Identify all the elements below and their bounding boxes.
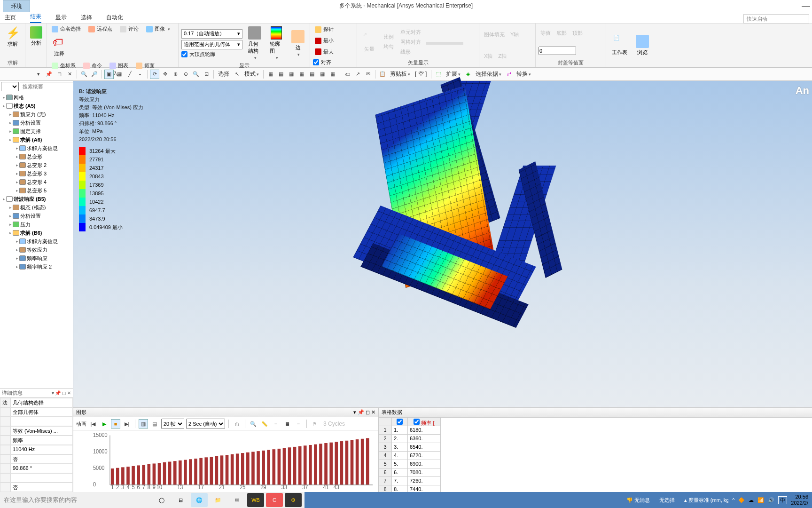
anim-first-icon[interactable]: |◀: [88, 419, 98, 429]
view-icon-6[interactable]: ▦: [318, 70, 327, 79]
tray-clock[interactable]: 20:562022/2/: [791, 494, 808, 506]
tree-item[interactable]: ▸求解 (B6): [0, 229, 73, 237]
tree-item[interactable]: ▸总变形: [0, 152, 73, 161]
mode-label[interactable]: 模式: [242, 70, 261, 78]
zoom-chart-icon[interactable]: 🔍: [249, 419, 258, 429]
tree-item[interactable]: ▸频率响应 2: [0, 262, 73, 271]
tree-item[interactable]: ▸总变形 2: [0, 161, 73, 169]
scale-select[interactable]: 0.17（自动缩放）▾: [181, 29, 242, 39]
menu-home[interactable]: 主页: [5, 14, 16, 22]
view-icon-5[interactable]: ▦: [307, 70, 317, 79]
align-right-icon[interactable]: ≡: [294, 419, 303, 429]
ruler-icon[interactable]: 📏: [260, 419, 269, 429]
filter-body-icon[interactable]: ▣: [104, 70, 114, 79]
chart-type2-icon[interactable]: ▤: [150, 419, 159, 429]
cap-value-input[interactable]: [539, 47, 576, 55]
filter-vertex-icon[interactable]: •: [135, 70, 145, 79]
menu-select[interactable]: 选择: [81, 14, 92, 22]
remote-point-button[interactable]: 远程点: [86, 24, 114, 33]
chart-button[interactable]: 图表: [108, 61, 130, 70]
tree-item[interactable]: ▸压力: [0, 220, 73, 229]
min-button[interactable]: 最小: [313, 36, 336, 45]
tray-wifi-icon[interactable]: 📶: [757, 497, 764, 503]
large-vertex-checkbox[interactable]: 大顶点轮廓: [181, 51, 242, 58]
workbench-icon[interactable]: WB: [247, 493, 264, 507]
close-pane-icon[interactable]: ✕: [65, 70, 74, 79]
windows-search[interactable]: 在这里输入你要搜索的内容: [0, 492, 150, 508]
tree-item[interactable]: ▸分析设置: [0, 212, 73, 220]
quick-launch-input[interactable]: [743, 14, 809, 24]
tree-item[interactable]: ▸模态 (模态): [0, 203, 73, 212]
tree-filter-select[interactable]: [1, 82, 19, 91]
cursor-icon[interactable]: ↖: [232, 70, 242, 79]
menu-display[interactable]: 显示: [55, 14, 67, 22]
context-tab-env[interactable]: 环境: [3, 0, 30, 12]
view-icon-7[interactable]: ▦: [328, 70, 337, 79]
filter-face-icon[interactable]: ▦: [115, 70, 124, 79]
image-button[interactable]: 图像: [144, 24, 172, 33]
maximize-icon[interactable]: ◻: [55, 70, 64, 79]
probe-button[interactable]: 探针: [313, 25, 336, 34]
zoom-box-icon[interactable]: ⊖: [181, 70, 190, 79]
view-icon-4[interactable]: ▦: [297, 70, 306, 79]
tree-item[interactable]: ▸预应力 (无): [0, 110, 73, 119]
frequency-chart[interactable]: 1500010000500001234567891013172125293337…: [73, 431, 378, 492]
view-icon-1[interactable]: ▦: [266, 70, 275, 79]
zoom-out-icon[interactable]: 🔎: [90, 70, 99, 79]
filter-edge-icon[interactable]: ╱: [125, 70, 134, 79]
align-center-icon[interactable]: ≣: [282, 419, 292, 429]
edge-button[interactable]: 边: [289, 28, 307, 59]
tray-cloud-icon[interactable]: ☁: [749, 497, 754, 503]
tree-item[interactable]: ▸求解方案信息: [0, 144, 73, 152]
anim-last-icon[interactable]: ▶|: [122, 419, 132, 429]
anim-stop-icon[interactable]: ■: [111, 419, 120, 429]
named-selection-button[interactable]: 命名选择: [50, 24, 83, 33]
tree-item[interactable]: ▸总变形 3: [0, 169, 73, 178]
frames-select[interactable]: 20 帧: [161, 419, 184, 429]
tree-item[interactable]: ▸求解方案信息: [0, 237, 73, 246]
tray-expand-icon[interactable]: ^: [732, 497, 734, 503]
time-select[interactable]: 2 Sec (自动): [186, 419, 225, 429]
zoom-in-icon[interactable]: 🔍: [79, 70, 89, 79]
view-icon-3[interactable]: ▦: [287, 70, 296, 79]
tray-app-icon[interactable]: 🔶: [738, 497, 745, 503]
app-c-icon[interactable]: C: [266, 493, 283, 507]
comment-button[interactable]: 评论: [118, 24, 141, 33]
mechanical-icon[interactable]: ⚙: [285, 493, 302, 507]
coord-sys-button[interactable]: 坐标系: [50, 61, 78, 70]
graph-pane-controls[interactable]: ▾ 📌 ◻ ✕: [353, 409, 375, 415]
explorer-icon[interactable]: 📁: [210, 493, 226, 507]
max-button[interactable]: 最大: [313, 48, 336, 56]
tray-volume-icon[interactable]: 🔊: [768, 497, 774, 503]
export-icon[interactable]: ⎙: [232, 419, 242, 429]
anim-play-icon[interactable]: ▶: [100, 419, 109, 429]
zoom-fit-icon[interactable]: ⊕: [171, 70, 180, 79]
annotation-button[interactable]: 🏷注释: [50, 34, 69, 59]
graph-view-button[interactable]: 浏览: [633, 33, 652, 58]
scope-select[interactable]: 通用范围内的几何体▾: [181, 40, 242, 49]
tree-item[interactable]: ▸网格: [0, 93, 73, 102]
menu-automation[interactable]: 自动化: [106, 14, 123, 22]
tray-ime[interactable]: 中: [778, 496, 787, 504]
edge-icon[interactable]: 🌐: [191, 493, 208, 507]
zoom-icon[interactable]: 🔍: [191, 70, 201, 79]
pan-icon[interactable]: ✥: [160, 70, 170, 79]
view-icon-2[interactable]: ▦: [276, 70, 286, 79]
geometry-button[interactable]: 几何结构: [245, 24, 264, 62]
cortana-icon[interactable]: ⊟: [172, 493, 189, 507]
worksheet-button[interactable]: 📄工作表: [609, 33, 630, 58]
menu-result[interactable]: 结果: [30, 13, 41, 23]
fit-icon[interactable]: ⊡: [202, 70, 211, 79]
command-button[interactable]: 命令: [81, 61, 104, 70]
tree-item[interactable]: ▸等效应力: [0, 246, 73, 254]
outline-tree[interactable]: ▸网格▸模态 (A5)▸预应力 (无)▸分析设置▸固定支撑▸求解 (A6)▸求解…: [0, 92, 73, 388]
tree-item[interactable]: ▸求解 (A6): [0, 135, 73, 144]
tree-item[interactable]: ▸分析设置: [0, 119, 73, 127]
rotate-icon[interactable]: ⟳: [150, 70, 159, 79]
tree-item[interactable]: ▸总变形 5: [0, 186, 73, 195]
tree-item[interactable]: ▸谐波响应 (B5): [0, 195, 73, 203]
solve-button[interactable]: ⚡ 求解: [3, 24, 22, 49]
tree-item[interactable]: ▸频率响应: [0, 254, 73, 262]
minimize-icon[interactable]: —: [802, 1, 810, 11]
pane-dropdown[interactable]: ▾: [34, 70, 43, 79]
